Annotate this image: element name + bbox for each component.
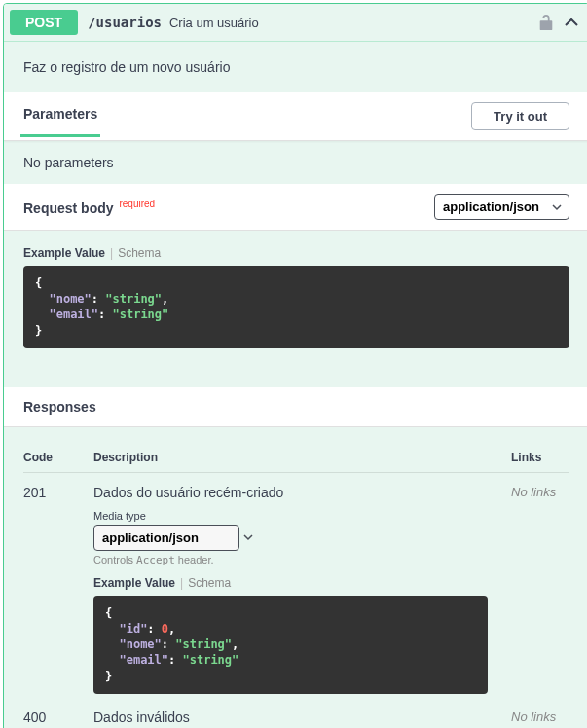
chevron-down-icon xyxy=(243,529,253,545)
example-schema-tabs: Example Value|Schema xyxy=(23,246,569,260)
responses-title: Responses xyxy=(4,387,587,427)
tab-example-value[interactable]: Example Value xyxy=(23,246,105,260)
unlock-icon[interactable] xyxy=(538,14,554,31)
required-badge: required xyxy=(119,199,155,209)
media-type-select[interactable]: application/json xyxy=(93,525,239,551)
method-badge: POST xyxy=(10,10,78,35)
request-body-header: Request body required application/json xyxy=(4,184,587,231)
response-code: 400 xyxy=(23,710,93,728)
col-code: Code xyxy=(23,451,93,464)
response-example-code[interactable]: { "id": 0, "nome": "string", "email": "s… xyxy=(93,596,488,694)
tab-schema[interactable]: Schema xyxy=(118,246,161,260)
no-parameters-text: No parameters xyxy=(4,141,587,184)
response-example-tabs: Example Value|Schema xyxy=(93,576,511,590)
response-code: 201 xyxy=(23,485,93,694)
response-description: Dados do usuário recém-criado xyxy=(93,485,511,500)
responses-table-head: Code Description Links xyxy=(23,439,569,473)
response-links: No links xyxy=(511,485,569,694)
request-body-title: Request body xyxy=(23,200,114,215)
media-type-label: Media type xyxy=(93,510,511,522)
response-row: 400 Dados inválidos No links xyxy=(23,698,569,728)
endpoint-description: Faz o registro de um novo usuário xyxy=(4,42,587,92)
tab-example-value[interactable]: Example Value xyxy=(93,576,175,590)
chevron-up-icon[interactable] xyxy=(564,15,579,30)
parameters-header: Parameters Try it out xyxy=(4,92,587,141)
response-description: Dados inválidos xyxy=(93,710,511,725)
endpoint-header[interactable]: POST /usuarios Cria um usuário xyxy=(4,4,587,42)
parameters-title: Parameters xyxy=(23,106,97,127)
endpoint-summary: Cria um usuário xyxy=(169,16,259,30)
responses-table: Code Description Links 201 Dados do usuá… xyxy=(4,427,587,728)
request-body-content: Example Value|Schema { "nome": "string",… xyxy=(4,231,587,387)
tab-schema[interactable]: Schema xyxy=(188,576,231,590)
content-type-select[interactable]: application/json xyxy=(434,194,569,220)
try-it-out-button[interactable]: Try it out xyxy=(471,102,569,130)
endpoint-path: /usuarios xyxy=(88,15,162,30)
response-links: No links xyxy=(511,710,569,728)
endpoint-panel: POST /usuarios Cria um usuário Faz o reg… xyxy=(3,3,587,728)
col-description: Description xyxy=(93,451,511,464)
col-links: Links xyxy=(511,451,569,464)
response-row: 201 Dados do usuário recém-criado Media … xyxy=(23,473,569,698)
request-example-code[interactable]: { "nome": "string", "email": "string" } xyxy=(23,266,569,348)
controls-accept-note: Controls Accept header. xyxy=(93,554,511,566)
